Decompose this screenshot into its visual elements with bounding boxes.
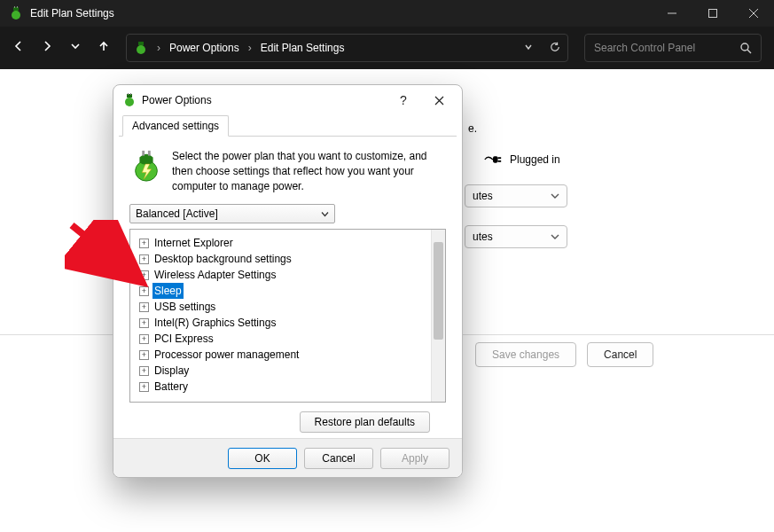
tree-expander[interactable]: + <box>139 382 149 392</box>
tree-expander[interactable]: + <box>139 270 149 280</box>
nav-back-button[interactable] <box>12 40 25 56</box>
settings-tree[interactable]: +Internet Explorer+Desktop background se… <box>129 229 446 403</box>
dialog-titlebar: Power Options ? <box>113 85 462 115</box>
apply-button[interactable]: Apply <box>380 448 450 469</box>
svg-rect-17 <box>142 151 145 156</box>
dialog-tabstrip: Advanced settings <box>119 115 457 137</box>
window-close-button[interactable] <box>733 0 774 27</box>
cancel-button[interactable]: Cancel <box>587 342 653 367</box>
power-plan-icon <box>129 149 163 183</box>
svg-point-11 <box>125 98 134 106</box>
search-input[interactable]: Search Control Panel <box>584 34 762 62</box>
display-timeout-select[interactable]: utes <box>465 184 567 207</box>
ok-button[interactable]: OK <box>228 448 297 469</box>
truncated-text: e. <box>468 122 477 135</box>
dialog-footer: OK Cancel Apply <box>113 438 462 477</box>
svg-rect-18 <box>148 151 151 156</box>
tree-expander[interactable]: + <box>139 286 149 296</box>
tree-item[interactable]: +Intel(R) Graphics Settings <box>139 315 427 331</box>
tree-item[interactable]: +Sleep <box>139 283 427 299</box>
tree-expander[interactable]: + <box>139 366 149 376</box>
svg-point-0 <box>12 11 20 20</box>
window-maximize-button[interactable] <box>692 0 733 27</box>
tree-item-label: Processor power management <box>152 347 301 363</box>
power-icon <box>9 6 23 20</box>
breadcrumb[interactable]: › Power Options › Edit Plan Settings <box>126 34 568 62</box>
dialog-title: Power Options <box>142 94 212 106</box>
svg-point-7 <box>741 43 748 51</box>
power-icon <box>122 93 137 107</box>
chevron-down-icon <box>321 210 329 218</box>
tree-item-label: Wireless Adapter Settings <box>152 267 278 283</box>
tree-expander[interactable]: + <box>139 350 149 360</box>
tree-item-label: Battery <box>152 379 190 395</box>
window-titlebar: Edit Plan Settings <box>0 0 774 27</box>
tree-expander[interactable]: + <box>139 302 149 312</box>
svg-rect-8 <box>493 156 498 162</box>
sleep-timeout-select[interactable]: utes <box>465 225 567 248</box>
svg-point-5 <box>137 45 145 54</box>
tree-item-label: Intel(R) Graphics Settings <box>152 315 278 331</box>
power-icon <box>134 41 148 55</box>
tree-item-label: Desktop background settings <box>152 251 293 267</box>
chevron-right-icon: › <box>155 42 162 54</box>
tree-expander[interactable]: + <box>139 334 149 344</box>
nav-up-button[interactable] <box>98 40 110 56</box>
restore-defaults-button[interactable]: Restore plan defaults <box>300 411 430 433</box>
dialog-help-button[interactable]: ? <box>386 88 421 113</box>
breadcrumb-item[interactable]: Edit Plan Settings <box>261 42 345 54</box>
dialog-close-button[interactable] <box>421 88 457 113</box>
svg-rect-1 <box>13 7 19 11</box>
tree-item[interactable]: +Desktop background settings <box>139 251 427 267</box>
svg-rect-13 <box>128 93 129 95</box>
tree-expander[interactable]: + <box>139 254 149 264</box>
refresh-button[interactable] <box>550 42 560 55</box>
tree-item[interactable]: +Internet Explorer <box>139 235 427 251</box>
save-changes-button[interactable]: Save changes <box>475 342 576 367</box>
svg-rect-9 <box>498 157 502 159</box>
cancel-button[interactable]: Cancel <box>304 448 373 469</box>
window-title: Edit Plan Settings <box>30 7 114 20</box>
tree-item-label: Sleep <box>152 283 184 299</box>
tree-item[interactable]: +USB settings <box>139 299 427 315</box>
scrollbar-thumb[interactable] <box>434 242 443 340</box>
tree-item-label: PCI Express <box>152 331 215 347</box>
tree-scrollbar[interactable] <box>431 230 445 402</box>
svg-rect-2 <box>14 6 15 8</box>
tree-item[interactable]: +Display <box>139 363 427 379</box>
navigation-bar: › Power Options › Edit Plan Settings Sea… <box>0 27 774 69</box>
dialog-intro-text: Select the power plan that you want to c… <box>172 149 446 193</box>
svg-rect-4 <box>709 10 717 18</box>
tab-advanced-settings[interactable]: Advanced settings <box>122 115 229 137</box>
tree-expander[interactable]: + <box>139 318 149 328</box>
power-options-dialog: Power Options ? Advanced settings Select… <box>113 84 463 478</box>
chevron-right-icon: › <box>246 42 254 54</box>
tree-item[interactable]: +PCI Express <box>139 331 427 347</box>
svg-rect-6 <box>138 42 144 45</box>
power-plan-select[interactable]: Balanced [Active] <box>129 204 335 223</box>
svg-rect-3 <box>17 6 18 8</box>
tree-item[interactable]: +Battery <box>139 379 427 395</box>
svg-rect-10 <box>498 160 502 162</box>
search-placeholder: Search Control Panel <box>594 42 739 54</box>
tree-item-label: Display <box>152 363 191 379</box>
svg-rect-12 <box>127 94 132 98</box>
window-minimize-button[interactable] <box>652 0 692 27</box>
tree-item[interactable]: +Wireless Adapter Settings <box>139 267 427 283</box>
plug-icon <box>483 153 503 167</box>
tree-item-label: USB settings <box>152 299 217 315</box>
tree-item[interactable]: +Processor power management <box>139 347 427 363</box>
svg-rect-14 <box>130 93 131 95</box>
tree-item-label: Internet Explorer <box>152 235 235 251</box>
nav-forward-button[interactable] <box>41 40 53 56</box>
search-icon <box>739 42 752 54</box>
tree-expander[interactable]: + <box>139 239 149 248</box>
breadcrumb-item[interactable]: Power Options <box>169 42 239 54</box>
plugged-in-label: Plugged in <box>483 153 560 167</box>
breadcrumb-dropdown-button[interactable] <box>523 42 534 55</box>
nav-recent-button[interactable] <box>69 40 82 56</box>
